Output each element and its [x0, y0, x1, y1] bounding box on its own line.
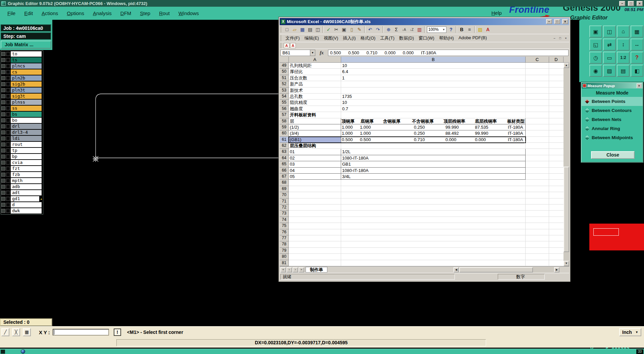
layer-select-box[interactable]: [1, 191, 5, 195]
layer-select-box[interactable]: [1, 88, 5, 92]
layer-select-box[interactable]: [1, 136, 5, 140]
cell-A74[interactable]: [289, 217, 341, 223]
save-icon[interactable]: ▦: [299, 26, 306, 33]
layer-select-box[interactable]: [1, 197, 5, 201]
bold-icon[interactable]: B: [458, 26, 465, 33]
layer-view-box[interactable]: [6, 161, 10, 165]
cell-D49[interactable]: [549, 63, 564, 69]
row-header-80[interactable]: 80: [280, 254, 289, 260]
layer-select-box[interactable]: [1, 185, 5, 189]
adobe-pdf-email-icon[interactable]: A: [290, 43, 296, 48]
formula-content[interactable]: 0.500 0.500 0.710 0.000 0.000 IT-180A: [328, 50, 569, 56]
cell-C49[interactable]: [526, 63, 549, 69]
alert-button[interactable]: !: [114, 329, 121, 336]
measure-option-between-midpoints[interactable]: Between Midpoints: [582, 133, 643, 142]
layer-view-box[interactable]: [6, 106, 10, 110]
layer-row-ts[interactable]: ts: [1, 57, 43, 63]
layer-view-box[interactable]: [6, 94, 10, 98]
cell-C80[interactable]: [526, 254, 549, 260]
layer-row-drl3-4[interactable]: drl3-4: [1, 129, 43, 135]
measure-popup-close-icon[interactable]: ×: [637, 83, 642, 88]
layer-select-box[interactable]: [1, 82, 5, 86]
cell-D65[interactable]: [549, 161, 564, 167]
cell-C53[interactable]: [526, 87, 549, 94]
cell-B69[interactable]: [341, 186, 526, 192]
workbook-close-button[interactable]: ×: [563, 36, 569, 41]
fx-icon[interactable]: fx: [316, 50, 327, 56]
cell-D60[interactable]: [549, 130, 564, 136]
cell-D75[interactable]: [549, 223, 564, 229]
layer-view-box[interactable]: [6, 88, 10, 92]
vertical-fit-button[interactable]: ↕: [617, 39, 630, 51]
close-button[interactable]: ×: [637, 1, 643, 6]
layer-row-fzb[interactable]: fzb: [1, 172, 43, 178]
cell-A71[interactable]: [289, 198, 341, 204]
cell-B62[interactable]: [341, 143, 526, 149]
column-header-A[interactable]: A: [289, 57, 341, 63]
layer-row-drl[interactable]: drl: [1, 123, 43, 129]
minimize-button[interactable]: –: [619, 1, 625, 6]
layer-view-box[interactable]: [6, 191, 10, 195]
layer-row-ldi[interactable]: ldi: [1, 135, 43, 141]
excel-menu-item[interactable]: Adobe PDF(B): [456, 34, 489, 42]
layer-row-adt[interactable]: adt: [1, 190, 43, 196]
layer-row-plncs[interactable]: plncs: [1, 63, 43, 69]
layer-select-box[interactable]: [1, 106, 5, 110]
menu-rout[interactable]: Rout: [159, 10, 170, 16]
excel-menu-item[interactable]: 窗口(W): [416, 34, 437, 42]
layer-select-box[interactable]: [1, 94, 5, 98]
row-header-53[interactable]: 53: [280, 87, 289, 94]
cell-B54[interactable]: 1735: [341, 94, 526, 100]
cell-C67[interactable]: [526, 174, 549, 180]
cell-A51[interactable]: 压合次数: [289, 75, 341, 81]
select-all-corner[interactable]: [280, 57, 289, 63]
cell-A55[interactable]: 阻抗精度: [289, 100, 341, 106]
row-header-61[interactable]: 61: [280, 137, 289, 143]
measure-option-between-contours[interactable]: Between Contours: [582, 106, 643, 115]
layer-select-box[interactable]: [1, 167, 5, 171]
excel-menu-item[interactable]: 帮助(H): [437, 34, 456, 42]
cell-D68[interactable]: [549, 180, 564, 186]
sheet-nav-icon[interactable]: ›: [292, 267, 298, 273]
cell-C64[interactable]: [526, 155, 549, 161]
cell-D61[interactable]: [549, 137, 564, 143]
row-header-57[interactable]: 57: [280, 112, 289, 118]
excel-restore-button[interactable]: □: [554, 19, 560, 24]
cell-A53[interactable]: 新技术: [289, 87, 341, 94]
cell-B66[interactable]: 1080-IT-180A: [341, 168, 526, 174]
cell-B53[interactable]: [341, 87, 526, 94]
layer-row-ss[interactable]: ss: [1, 105, 43, 111]
excel-menu-item[interactable]: 视图(V): [321, 34, 340, 42]
row-header-69[interactable]: 69: [280, 186, 289, 192]
row-header-70[interactable]: 70: [280, 192, 289, 198]
print-icon[interactable]: ▤: [307, 26, 314, 33]
corner-view-button[interactable]: ◱: [589, 39, 602, 51]
sort-desc-icon[interactable]: ↓Z: [408, 26, 415, 33]
row-header-71[interactable]: 71: [280, 198, 289, 204]
column-header-B[interactable]: B: [341, 57, 526, 63]
layer-select-box[interactable]: [1, 179, 5, 183]
cell-A64[interactable]: 02: [289, 155, 341, 161]
layer-view-box[interactable]: [6, 76, 10, 80]
scroll-left-icon[interactable]: ◀: [453, 267, 459, 273]
cell-D66[interactable]: [549, 168, 564, 174]
excel-menu-item[interactable]: 工具(T): [378, 34, 397, 42]
layer-view-box[interactable]: [6, 173, 10, 177]
cell-B51[interactable]: 1: [341, 75, 526, 81]
open-file-icon[interactable]: ▱: [291, 26, 298, 33]
layer-view-box[interactable]: [6, 197, 10, 201]
row-header-64[interactable]: 64: [280, 155, 289, 161]
taskbar-app-icon[interactable]: [21, 349, 25, 354]
layer-view-box[interactable]: [6, 130, 10, 134]
cell-D64[interactable]: [549, 155, 564, 161]
layer-select-box[interactable]: [1, 112, 5, 116]
cell-A77[interactable]: [289, 235, 341, 241]
row-header-73[interactable]: 73: [280, 211, 289, 217]
name-box-dropdown-icon[interactable]: ▼: [310, 50, 315, 56]
cell-B71[interactable]: [341, 198, 526, 204]
cell-A57[interactable]: 开料板材资料: [289, 112, 341, 118]
cell-C75[interactable]: [526, 223, 549, 229]
layer-select-box[interactable]: [1, 124, 5, 128]
cell-D67[interactable]: [549, 174, 564, 180]
cell-B78[interactable]: [341, 241, 526, 247]
